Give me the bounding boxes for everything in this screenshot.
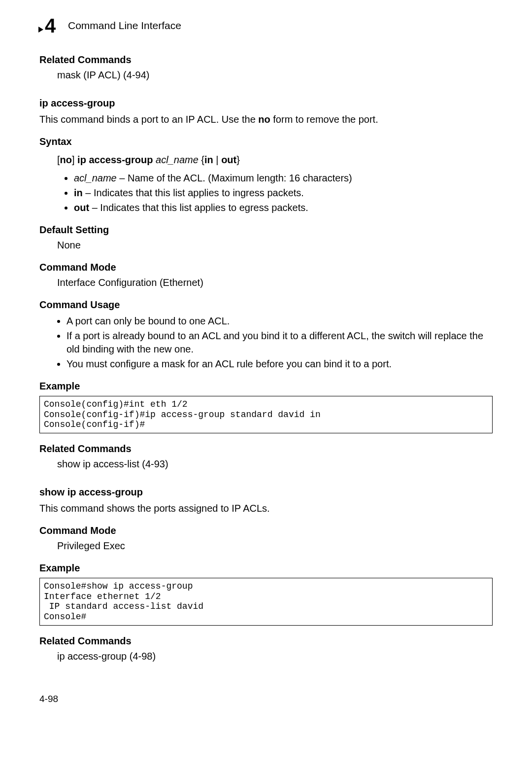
- page-number: 4-98: [39, 693, 493, 705]
- syntax-arg: acl_name: [156, 154, 199, 165]
- chapter-title: Command Line Interface: [68, 19, 181, 33]
- usage-item-1: A port can only be bound to one ACL.: [66, 315, 493, 328]
- param-out: out – Indicates that this list applies t…: [74, 201, 493, 214]
- desc-pre: This command binds a port to an IP ACL. …: [39, 114, 258, 125]
- chapter-number: 4: [45, 16, 56, 35]
- param-in-rest: – Indicates that this list applies to in…: [83, 187, 304, 198]
- related-commands-line-1: mask (IP ACL) (4-94): [57, 69, 493, 82]
- syntax-params-list: acl_name – Name of the ACL. (Maximum len…: [74, 172, 493, 214]
- param-arg: acl_name: [74, 173, 117, 183]
- example-heading-1: Example: [39, 380, 493, 393]
- syntax-heading: Syntax: [39, 135, 493, 148]
- related-commands-line-3: ip access-group (4-98): [57, 650, 493, 663]
- example-code-2: Console#show ip access-group Interface e…: [39, 578, 493, 626]
- syntax-lbrace: {: [199, 154, 204, 165]
- command-description-1: This command binds a port to an IP ACL. …: [39, 113, 493, 126]
- command-usage-heading: Command Usage: [39, 298, 493, 312]
- command-mode-heading-1: Command Mode: [39, 261, 493, 274]
- page-header: 4 Command Line Interface: [39, 15, 493, 36]
- example-heading-2: Example: [39, 562, 493, 575]
- command-usage-list: A port can only be bound to one ACL. If …: [66, 315, 493, 371]
- syntax-in: in: [204, 154, 213, 165]
- desc-bold-no: no: [258, 114, 270, 125]
- param-out-rest: – Indicates that this list applies to eg…: [89, 202, 308, 213]
- param-in-b: in: [74, 187, 83, 198]
- param-arg-rest: – Name of the ACL. (Maximum length: 16 c…: [117, 173, 352, 183]
- usage-item-2: If a port is already bound to an ACL and…: [66, 329, 493, 356]
- related-commands-heading-2: Related Commands: [39, 442, 493, 456]
- related-commands-heading-3: Related Commands: [39, 634, 493, 648]
- command-mode-heading-2: Command Mode: [39, 524, 493, 537]
- command-description-2: This command shows the ports assigned to…: [39, 502, 493, 515]
- related-commands-heading-1: Related Commands: [39, 53, 493, 67]
- default-setting-value: None: [57, 239, 493, 252]
- param-acl-name: acl_name – Name of the ACL. (Maximum len…: [74, 172, 493, 185]
- syntax-pipe: |: [213, 154, 221, 165]
- syntax-out: out: [221, 154, 236, 165]
- syntax-line: [no] ip access-group acl_name {in | out}: [57, 153, 493, 167]
- default-setting-heading: Default Setting: [39, 223, 493, 237]
- desc-post: form to remove the port.: [270, 114, 378, 125]
- usage-item-3: You must configure a mask for an ACL rul…: [66, 357, 493, 371]
- syntax-nobracket: [no]: [57, 154, 75, 165]
- chapter-number-icon: 4: [39, 15, 61, 36]
- related-commands-line-2: show ip access-list (4-93): [57, 457, 493, 471]
- command-mode-value-1: Interface Configuration (Ethernet): [57, 276, 493, 289]
- param-out-b: out: [74, 202, 89, 213]
- command-mode-value-2: Privileged Exec: [57, 539, 493, 553]
- param-in: in – Indicates that this list applies to…: [74, 186, 493, 200]
- example-code-1: Console(config)#int eth 1/2 Console(conf…: [39, 396, 493, 433]
- syntax-no: no: [60, 154, 72, 165]
- command-name-ip-access-group: ip access-group: [39, 97, 493, 110]
- command-name-show-ip-access-group: show ip access-group: [39, 486, 493, 499]
- syntax-cmd: ip access-group: [75, 154, 156, 165]
- syntax-rbrace: }: [236, 154, 240, 165]
